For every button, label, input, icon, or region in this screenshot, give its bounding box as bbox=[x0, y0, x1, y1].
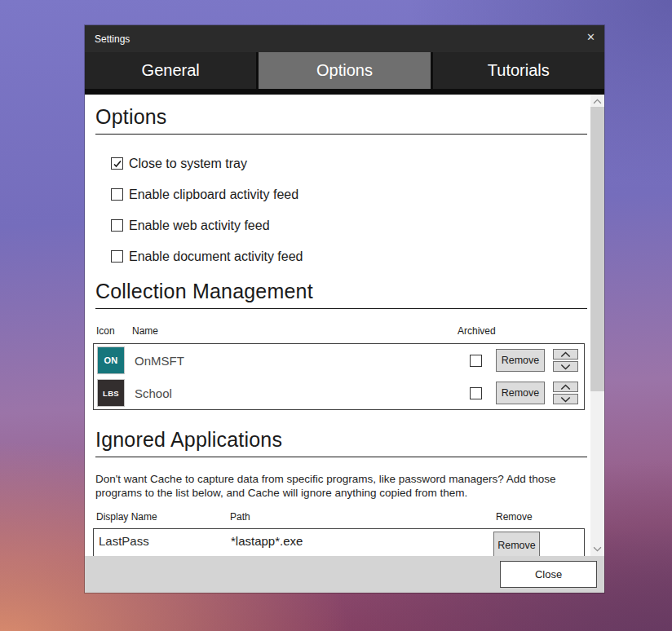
window-title: Settings bbox=[95, 33, 130, 45]
check-icon bbox=[113, 159, 122, 169]
description-line: programs to the list below, and Cache wi… bbox=[95, 486, 584, 500]
chevron-down-icon bbox=[560, 364, 571, 370]
description-line: Don't want Cache to capture data from sp… bbox=[95, 472, 584, 486]
footer-bar: Close bbox=[85, 556, 604, 593]
checkbox-row-clipboard-feed[interactable]: Enable clipboard activity feed bbox=[111, 186, 584, 203]
tab-options-label: Options bbox=[316, 61, 373, 80]
chevron-down-icon bbox=[560, 396, 571, 403]
scroll-down-icon bbox=[593, 546, 602, 552]
checkbox-label: Enable document activity feed bbox=[129, 249, 303, 264]
remove-collection-button[interactable]: Remove bbox=[496, 382, 545, 404]
reorder-spinner bbox=[553, 349, 578, 372]
move-up-button[interactable] bbox=[553, 349, 578, 360]
collection-row: ON OnMSFT Remove bbox=[94, 344, 584, 377]
close-button[interactable]: Close bbox=[500, 561, 597, 588]
divider bbox=[95, 308, 587, 309]
ignored-display-name: LastPass bbox=[99, 534, 149, 548]
column-header-path: Path bbox=[230, 511, 250, 523]
column-header-name: Name bbox=[132, 325, 158, 337]
column-header-archived: Archived bbox=[458, 325, 496, 337]
divider bbox=[95, 134, 587, 135]
remove-ignored-button[interactable]: Remove bbox=[493, 532, 540, 556]
checkbox-unchecked[interactable] bbox=[111, 188, 123, 201]
chevron-up-icon bbox=[560, 384, 571, 391]
tab-general[interactable]: General bbox=[85, 52, 256, 89]
column-header-remove: Remove bbox=[496, 511, 533, 523]
checkbox-row-document-feed[interactable]: Enable document activity feed bbox=[111, 248, 584, 265]
tab-general-label: General bbox=[142, 61, 200, 80]
scrollbar-up-button[interactable] bbox=[590, 95, 604, 108]
ignored-table-header: Display Name Path Remove bbox=[93, 511, 584, 523]
ignored-table: LastPass *lastapp*.exe Remove bbox=[93, 528, 585, 556]
ignored-description: Don't want Cache to capture data from sp… bbox=[95, 472, 584, 500]
desktop-background: Settings ✕ General Options Tutorials Opt… bbox=[0, 0, 672, 631]
scrollbar-thumb[interactable] bbox=[590, 107, 604, 391]
collection-table: ON OnMSFT Remove LBS School Remove bbox=[93, 343, 585, 410]
collection-table-header: Icon Name Archived bbox=[93, 325, 584, 338]
window-close-icon[interactable]: ✕ bbox=[586, 32, 595, 42]
divider bbox=[95, 457, 587, 457]
options-heading: Options bbox=[95, 104, 584, 129]
tab-tutorials[interactable]: Tutorials bbox=[433, 52, 604, 89]
archived-checkbox[interactable] bbox=[470, 387, 482, 399]
settings-window: Settings ✕ General Options Tutorials Opt… bbox=[85, 25, 604, 593]
collection-icon-chip: LBS bbox=[97, 379, 125, 407]
archived-checkbox[interactable] bbox=[470, 355, 482, 367]
options-checkbox-group: Close to system tray Enable clipboard ac… bbox=[111, 155, 584, 265]
checkbox-row-close-to-tray[interactable]: Close to system tray bbox=[111, 155, 584, 172]
window-body: Options Close to system tray Enable clip… bbox=[85, 95, 604, 556]
collection-row: LBS School Remove bbox=[94, 377, 584, 409]
tab-options[interactable]: Options bbox=[259, 52, 430, 89]
column-header-icon: Icon bbox=[96, 325, 115, 337]
checkbox-label: Close to system tray bbox=[129, 157, 247, 171]
ignored-heading: Ignored Applications bbox=[95, 427, 584, 452]
collection-icon-chip: ON bbox=[97, 346, 125, 374]
collection-name: OnMSFT bbox=[135, 354, 470, 368]
column-header-display-name: Display Name bbox=[96, 511, 157, 523]
scrollbar-down-button[interactable] bbox=[590, 543, 604, 555]
collection-heading: Collection Management bbox=[95, 279, 584, 303]
tab-bar: General Options Tutorials bbox=[85, 52, 604, 95]
collection-name: School bbox=[135, 386, 470, 400]
checkbox-label: Enable clipboard activity feed bbox=[129, 188, 298, 202]
move-up-button[interactable] bbox=[553, 382, 578, 392]
move-down-button[interactable] bbox=[553, 361, 578, 372]
move-down-button[interactable] bbox=[553, 394, 578, 404]
checkbox-row-web-feed[interactable]: Enable web activity feed bbox=[111, 217, 584, 234]
reorder-spinner bbox=[553, 382, 578, 404]
tab-tutorials-label: Tutorials bbox=[488, 61, 550, 80]
checkbox-unchecked[interactable] bbox=[111, 219, 123, 232]
checkbox-unchecked[interactable] bbox=[111, 250, 123, 263]
titlebar[interactable]: Settings ✕ bbox=[85, 25, 604, 52]
ignored-path: *lastapp*.exe bbox=[231, 534, 303, 548]
vertical-scrollbar[interactable] bbox=[590, 95, 604, 556]
checkbox-label: Enable web activity feed bbox=[129, 218, 270, 233]
scroll-up-icon bbox=[593, 99, 602, 104]
remove-collection-button[interactable]: Remove bbox=[496, 349, 545, 372]
checkbox-checked[interactable] bbox=[111, 157, 123, 170]
chevron-up-icon bbox=[560, 351, 571, 358]
settings-content: Options Close to system tray Enable clip… bbox=[85, 95, 590, 556]
